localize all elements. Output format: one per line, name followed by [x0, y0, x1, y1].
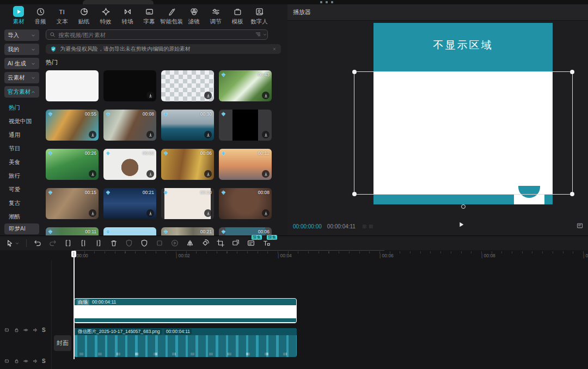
rotate-handle[interactable] — [461, 204, 465, 209]
media-thumbnail[interactable]: 00:12 — [219, 149, 272, 180]
sidebar-category-cloud-material[interactable]: 云素材 — [4, 72, 39, 83]
sidebar-subcategory-retro[interactable]: 复古 — [0, 196, 44, 210]
crop-button[interactable] — [216, 239, 225, 247]
sidebar-subcategory-general[interactable]: 通用 — [0, 128, 44, 142]
split-button[interactable] — [64, 239, 72, 247]
download-icon[interactable] — [204, 131, 212, 138]
download-icon[interactable] — [262, 170, 270, 178]
nav-item-captions[interactable]: 字幕 — [138, 6, 160, 26]
download-icon[interactable] — [204, 92, 212, 99]
close-icon[interactable] — [272, 47, 277, 51]
media-thumbnail[interactable] — [219, 110, 272, 141]
media-thumbnail[interactable] — [46, 70, 99, 101]
selection-box[interactable] — [354, 71, 573, 195]
solo-button[interactable]: S — [42, 358, 46, 364]
media-thumbnail[interactable] — [161, 70, 214, 101]
text-template-button[interactable]: 限免 — [262, 239, 271, 247]
nav-item-digital-human[interactable]: 数字人 — [248, 6, 270, 26]
white-color-clip[interactable]: 白场 00:00:04:11 — [74, 298, 297, 323]
image-clip[interactable]: 微信图片_2025-10-17_145057_683.png 00:00:04:… — [74, 328, 297, 357]
download-icon[interactable] — [146, 209, 154, 217]
download-icon[interactable] — [89, 209, 96, 217]
eye-icon[interactable] — [23, 358, 29, 364]
playhead-handle[interactable] — [71, 251, 76, 257]
nav-item-transitions[interactable]: 转场 — [117, 6, 138, 26]
download-icon[interactable] — [204, 209, 212, 217]
mask-button[interactable] — [140, 239, 149, 247]
cover-button[interactable]: 封面 — [54, 335, 71, 351]
sidebar-subcategory-hot[interactable]: 热门 — [0, 101, 44, 114]
media-thumbnail[interactable]: 00:21 — [103, 188, 156, 219]
freeze-button[interactable] — [125, 239, 133, 247]
download-icon[interactable] — [146, 170, 154, 178]
selection-handle-tl[interactable] — [352, 70, 357, 74]
sidebar-subcategory-cute[interactable]: 可爱 — [0, 183, 44, 196]
download-icon[interactable] — [89, 170, 96, 178]
smart-captions-button[interactable]: 限免 — [247, 239, 255, 247]
download-icon[interactable] — [204, 170, 212, 178]
select-tool[interactable] — [5, 239, 20, 247]
replace-button[interactable] — [231, 239, 240, 247]
lock-icon[interactable] — [14, 358, 20, 364]
download-icon[interactable] — [262, 131, 270, 138]
sidebar-subcategory-dream-ai[interactable]: 即梦AI — [4, 223, 39, 234]
track-target-icon[interactable] — [4, 327, 10, 333]
nav-item-effects[interactable]: 特效 — [95, 6, 117, 26]
sidebar-subcategory-food[interactable]: 美食 — [0, 155, 44, 169]
download-icon[interactable] — [89, 131, 96, 138]
sidebar-subcategory-trendy[interactable]: 潮酷 — [0, 210, 44, 223]
filter-button[interactable] — [255, 31, 267, 38]
media-thumbnail[interactable]: 00:15 — [46, 188, 99, 219]
download-icon[interactable] — [146, 131, 154, 138]
sidebar-subcategory-festival[interactable]: 节日 — [0, 142, 44, 155]
sidebar-category-official-material[interactable]: 官方素材 — [4, 86, 39, 98]
media-thumbnail[interactable]: 00:30 — [161, 110, 214, 141]
media-thumbnail[interactable]: 00:55 — [46, 110, 99, 141]
media-thumbnail[interactable]: 00:02 — [103, 149, 156, 180]
nav-item-smart-pack[interactable]: 智能包装 — [160, 6, 183, 26]
mirror-button[interactable] — [186, 239, 194, 247]
sidebar-category-mine[interactable]: 我的 — [4, 44, 39, 55]
media-thumbnail[interactable]: 00:11 — [46, 227, 99, 235]
view-mode-icons[interactable] — [362, 224, 373, 229]
media-thumbnail[interactable]: 00:06 — [219, 227, 272, 235]
delete-button[interactable] — [109, 239, 118, 247]
nav-item-materials[interactable]: 素材 — [8, 6, 29, 26]
media-thumbnail[interactable]: 00:21 — [161, 227, 214, 235]
media-thumbnail[interactable]: 00:06 — [161, 149, 214, 180]
media-thumbnail[interactable]: 00:08 — [219, 188, 272, 219]
sidebar-category-import[interactable]: 导入 — [4, 29, 39, 41]
nav-item-stickers[interactable]: 贴纸 — [73, 6, 95, 26]
selection-handle-br[interactable] — [570, 192, 574, 196]
lock-icon[interactable] — [14, 327, 20, 333]
sidebar-subcategory-visual-china[interactable]: 视觉中国 — [0, 114, 44, 128]
rotate-button[interactable] — [201, 239, 210, 247]
nav-item-templates[interactable]: 模板 — [226, 6, 248, 26]
nav-item-audio[interactable]: 音频 — [29, 6, 51, 26]
media-thumbnail[interactable]: 00:10 — [161, 188, 214, 219]
selection-handle-tr[interactable] — [570, 70, 574, 74]
nav-item-filters[interactable]: 滤镜 — [183, 6, 205, 26]
nav-item-adjust[interactable]: 调节 — [205, 6, 226, 26]
trim-left-button[interactable] — [79, 239, 88, 247]
selection-handle-bl[interactable] — [352, 192, 357, 196]
eye-icon[interactable] — [23, 327, 29, 333]
frame-button[interactable] — [155, 239, 164, 247]
speaker-icon[interactable] — [33, 358, 39, 364]
undo-button[interactable] — [33, 239, 42, 247]
download-icon[interactable] — [262, 209, 270, 217]
timeline-ruler[interactable]: 00:0000:0200:0400:0600:0800:10 — [74, 251, 588, 260]
sidebar-subcategory-travel[interactable]: 旅行 — [0, 169, 44, 183]
solo-button[interactable]: S — [42, 327, 46, 333]
media-thumbnail[interactable] — [103, 227, 156, 235]
nav-item-text[interactable]: 文本 — [51, 6, 73, 26]
canvas-ratio-icon[interactable] — [576, 222, 584, 229]
download-icon[interactable] — [146, 92, 154, 99]
preview-button[interactable] — [170, 239, 179, 247]
search-input[interactable] — [58, 32, 264, 38]
redo-button[interactable] — [48, 239, 57, 247]
speaker-icon[interactable] — [33, 327, 39, 333]
trim-right-button[interactable] — [94, 239, 103, 247]
project-tab[interactable] — [83, 0, 154, 4]
download-icon[interactable] — [262, 92, 270, 99]
